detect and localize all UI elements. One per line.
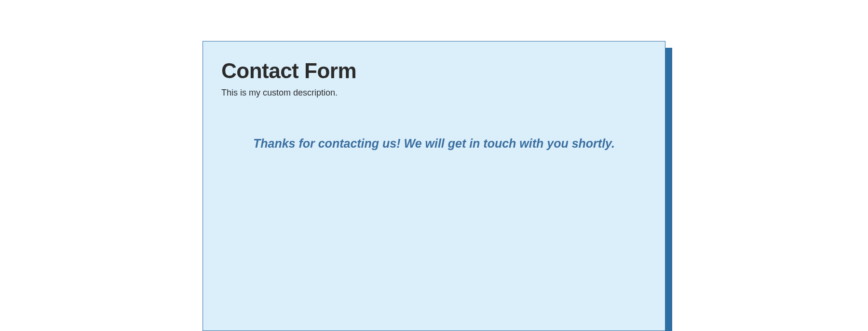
confirmation-message: Thanks for contacting us! We will get in… [221, 137, 647, 151]
form-description: This is my custom description. [221, 88, 647, 98]
form-title: Contact Form [221, 59, 647, 83]
contact-form-card: Contact Form This is my custom descripti… [203, 41, 665, 331]
